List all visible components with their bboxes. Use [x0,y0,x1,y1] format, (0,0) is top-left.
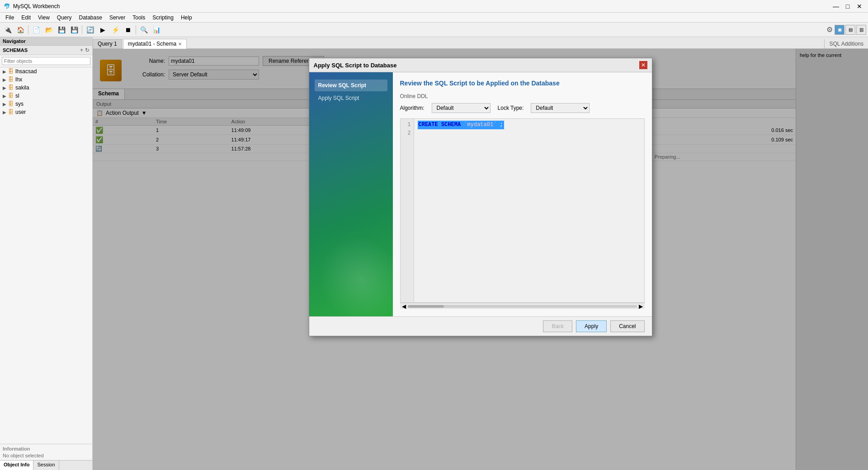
schema-item-sys[interactable]: ▶ 🗄 sys [0,100,92,108]
app-title: MySQL Workbench [13,3,60,9]
menu-edit[interactable]: Edit [18,14,34,22]
information-section: Information No object selected [0,444,92,460]
menu-view[interactable]: View [34,14,53,22]
db-icon: 🗄 [8,109,14,115]
lock-type-label: Lock Type: [498,105,524,111]
filter-objects-input[interactable] [2,57,90,65]
scroll-left-btn[interactable]: ◀ [402,303,406,310]
sql-identifier: `mydata01` [464,122,496,128]
scroll-right-btn[interactable]: ▶ [639,303,643,310]
menu-server[interactable]: Server [106,14,129,22]
navigator-label: Navigator [3,38,26,44]
menu-tools[interactable]: Tools [129,14,149,22]
expand-arrow: ▶ [3,69,6,74]
toolbar-save[interactable]: 💾 [56,24,67,35]
step-review-label: Review SQL Script [318,82,366,89]
navigator-header: Navigator [0,37,92,46]
toolbar-stop[interactable]: ⏹ [122,24,134,35]
view-btn-3[interactable]: ▥ [856,25,866,35]
line-numbers: 1 2 [401,119,414,302]
step-apply-label: Apply SQL Script [318,95,359,101]
tab-object-info[interactable]: Object Info [0,461,33,470]
schemas-add-btn[interactable]: + [80,47,83,53]
db-icon: 🗄 [8,76,14,83]
toolbar-refresh[interactable]: 🔄 [84,24,96,35]
schema-name: sl [15,93,19,99]
close-button[interactable]: ✕ [854,1,864,11]
modal-content-title: Review the SQL Script to be Applied on t… [400,80,645,87]
scrollbar-thumb [408,305,444,308]
gear-icon[interactable]: ⚙ [826,25,833,34]
app-icon: 🐬 [4,3,10,9]
modal-overlay: Apply SQL Script to Database ✕ Review SQ… [93,49,868,470]
view-btn-2[interactable]: ▤ [845,25,855,35]
db-icon: 🗄 [8,85,14,91]
menu-file[interactable]: File [2,14,18,22]
view-btn-1[interactable]: ▣ [835,25,844,35]
schema-item-user[interactable]: ▶ 🗄 user [0,108,92,116]
schema-item-lhx[interactable]: ▶ 🗄 lhx [0,75,92,84]
menu-database[interactable]: Database [75,14,106,22]
tab-bar: Query 1 mydata01 - Schema ✕ SQL Addition… [93,37,868,49]
tab-schema-label: mydata01 - Schema [128,41,176,47]
toolbar-save-all[interactable]: 💾 [68,24,80,35]
sql-keyword: CREATE SCHEMA [419,122,461,128]
sql-content: CREATE SCHEMA `mydata01` ; [414,119,644,302]
online-ddl-label: Online DDL [400,93,428,99]
step-review-sql[interactable]: Review SQL Script [315,80,387,91]
tab-session[interactable]: Session [33,461,59,470]
tab-schema-close[interactable]: ✕ [178,42,182,47]
schema-name: sakila [15,85,29,91]
algorithm-select[interactable]: Default Inplace Copy [432,103,491,113]
toolbar-schema-inspector[interactable]: 🔍 [138,24,150,35]
information-title: Information [3,446,90,451]
toolbar-performance[interactable]: 📊 [151,24,162,35]
expand-arrow: ▶ [3,110,6,115]
apply-button[interactable]: Apply [576,320,607,332]
maximize-button[interactable]: □ [843,1,853,11]
menu-scripting[interactable]: Scripting [149,14,177,22]
cancel-button[interactable]: Cancel [610,320,644,332]
title-bar: 🐬 MySQL Workbench — □ ✕ [0,0,868,13]
sql-editor[interactable]: 1 2 CREATE SCHEMA [400,118,645,303]
toolbar-new-connection[interactable]: 🔌 [2,24,14,35]
toolbar-open[interactable]: 📂 [43,24,55,35]
menu-query[interactable]: Query [53,14,75,22]
expand-arrow: ▶ [3,94,6,99]
schemas-refresh-btn[interactable]: ↻ [85,47,90,53]
modal-title: Apply SQL Script to Database [314,62,397,69]
toolbar-execute[interactable]: ▶ [97,24,108,35]
menu-bar: File Edit View Query Database Server Too… [0,13,868,23]
tab-schema[interactable]: mydata01 - Schema ✕ [123,39,187,49]
db-icon: 🗄 [8,68,14,75]
modal-footer: Back Apply Cancel [309,316,652,336]
tab-query1[interactable]: Query 1 [93,39,122,48]
schema-name: user [15,109,26,115]
back-button[interactable]: Back [543,320,572,332]
tab-query1-label: Query 1 [98,41,117,47]
modal-close-button[interactable]: ✕ [639,61,647,69]
toolbar-new-schema[interactable]: 📄 [30,24,42,35]
menu-help[interactable]: Help [177,14,196,22]
modal-body: Review SQL Script Apply SQL Script Revie… [309,72,652,316]
schema-item-lhsacsad[interactable]: ▶ 🗄 lhsacsad [0,67,92,75]
schema-item-sakila[interactable]: ▶ 🗄 sakila [0,84,92,92]
schema-name: sys [15,101,24,107]
schema-name: lhx [15,76,22,83]
sql-highlighted-line: CREATE SCHEMA `mydata01` ; [418,121,504,129]
apply-sql-modal: Apply SQL Script to Database ✕ Review SQ… [309,58,652,336]
minimize-button[interactable]: — [831,1,841,11]
online-ddl-row: Algorithm: Default Inplace Copy Lock Typ… [400,103,645,113]
sql-scrollbar[interactable]: ◀ ▶ [400,303,645,309]
schema-item-sl[interactable]: ▶ 🗄 sl [0,92,92,100]
expand-arrow: ▶ [3,85,6,90]
toolbar: 🔌 🏠 📄 📂 💾 💾 🔄 ▶ ⚡ ⏹ 🔍 📊 ⚙ ▣ ▤ ▥ [0,23,868,37]
db-icon: 🗄 [8,101,14,107]
modal-title-bar: Apply SQL Script to Database ✕ [309,58,652,72]
lock-type-select[interactable]: Default None Shared Exclusive [531,103,590,113]
toolbar-home[interactable]: 🏠 [14,24,26,35]
tab-sql-additions[interactable]: SQL Additions [824,39,868,48]
scrollbar-track[interactable] [408,305,637,308]
toolbar-explain[interactable]: ⚡ [109,24,121,35]
step-apply-sql[interactable]: Apply SQL Script [315,92,387,104]
